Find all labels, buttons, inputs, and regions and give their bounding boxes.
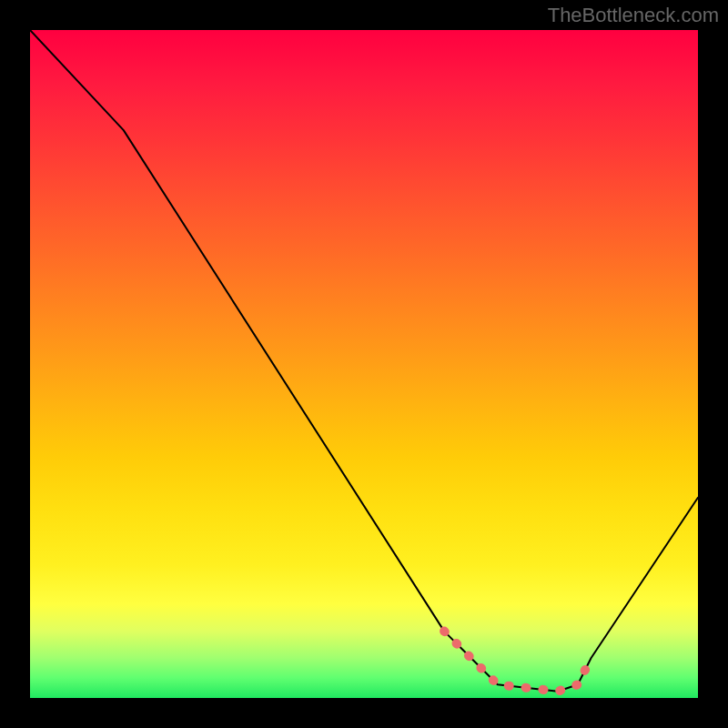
plot-area	[30, 30, 698, 698]
chart-svg	[30, 30, 698, 698]
optimal-highlight	[444, 632, 591, 692]
watermark-text: TheBottleneck.com	[548, 4, 719, 27]
chart-container: TheBottleneck.com	[0, 0, 728, 728]
bottleneck-curve	[30, 30, 698, 692]
